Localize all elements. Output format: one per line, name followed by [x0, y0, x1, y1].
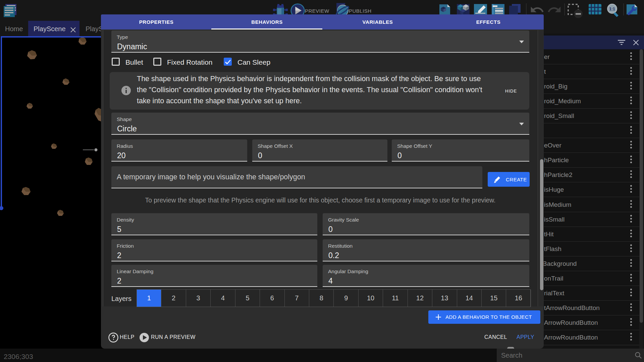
svg-text:1:1: 1:1 [609, 7, 615, 11]
